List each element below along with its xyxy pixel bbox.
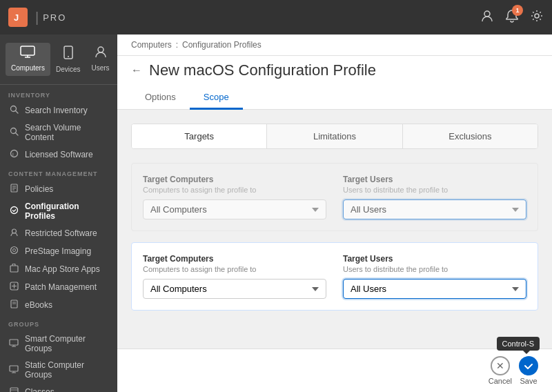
ebooks-icon — [8, 300, 19, 311]
ebooks-label: eBooks — [25, 300, 52, 310]
notifications-icon[interactable]: 1 — [505, 9, 519, 26]
licensed-software-label: Licensed Software — [25, 150, 93, 159]
static-groups-icon — [8, 365, 19, 375]
jamf-logo-divider: | — [35, 10, 39, 26]
svg-point-20 — [10, 247, 17, 254]
search-volume-label: Search Volume Content — [25, 123, 109, 142]
sidebar-top-computers[interactable]: Computers — [6, 43, 50, 76]
svg-point-12 — [10, 150, 17, 157]
svg-point-6 — [68, 56, 69, 57]
bottom-bar: Control-S ✕ Cancel Save — [117, 349, 552, 392]
restricted-software-label: Restricted Software — [25, 228, 97, 238]
smart-groups-label: Smart Computer Groups — [25, 334, 109, 353]
mac-app-store-label: Mac App Store Apps — [25, 264, 100, 274]
search-inventory-label: Search Inventory — [25, 106, 88, 115]
svg-rect-32 — [10, 366, 18, 371]
sidebar-top-users[interactable]: Users — [86, 43, 115, 76]
sidebar-item-ebooks[interactable]: eBooks — [0, 296, 117, 314]
save-label: Save — [520, 377, 537, 385]
target-users-sub: Users to distribute the profile to — [343, 265, 526, 273]
target-computers-select[interactable]: All Computers Specific Computers — [143, 279, 326, 299]
sidebar-item-search-volume[interactable]: Search Volume Content — [0, 119, 117, 146]
sidebar-item-classes[interactable]: Classes — [0, 383, 117, 392]
dimmed-target-users: Target Users Users to distribute the pro… — [343, 175, 526, 219]
target-computers-group: Target Computers Computers to assign the… — [143, 254, 326, 299]
svg-point-21 — [12, 249, 15, 252]
patch-management-label: Patch Management — [25, 282, 97, 292]
sidebar-item-search-inventory[interactable]: Search Inventory — [0, 101, 117, 119]
static-groups-label: Static Computer Groups — [25, 360, 109, 380]
sub-tab-limitations[interactable]: Limitations — [267, 124, 402, 148]
classes-icon — [8, 386, 19, 392]
sub-tab-targets[interactable]: Targets — [132, 124, 267, 148]
save-tooltip: Control-S — [497, 337, 540, 351]
prestage-imaging-icon — [8, 246, 19, 257]
sidebar-item-licensed-software[interactable]: i Licensed Software — [0, 146, 117, 164]
target-users-group: Target Users Users to distribute the pro… — [343, 254, 526, 299]
computers-label: Computers — [11, 64, 45, 72]
tab-scope[interactable]: Scope — [190, 86, 243, 110]
sidebar-item-policies[interactable]: Policies — [0, 180, 117, 198]
cancel-label: Cancel — [489, 377, 512, 385]
settings-icon[interactable] — [530, 9, 544, 26]
save-button[interactable]: Save — [519, 356, 538, 385]
sidebar-item-prestage-imaging[interactable]: PreStage Imaging — [0, 242, 117, 260]
breadcrumb-separator: : — [176, 40, 178, 50]
users-label: Users — [91, 64, 109, 72]
save-icon — [519, 356, 538, 375]
sidebar-top-nav: Computers Devices Users — [0, 35, 117, 85]
top-nav-icons: 1 — [480, 9, 544, 26]
target-computers-label: Target Computers — [143, 254, 326, 264]
mac-app-store-icon — [8, 264, 19, 275]
groups-section-label: GROUPS — [0, 314, 117, 331]
back-button[interactable]: ← — [131, 64, 142, 77]
sub-tabs: Targets Limitations Exclusions — [131, 124, 538, 149]
user-icon[interactable] — [480, 9, 494, 26]
dimmed-target-computers-label: Target Computers — [143, 175, 326, 184]
dimmed-target-users-select: All Users — [343, 199, 526, 219]
content-area: Computers : Configuration Profiles ← New… — [117, 35, 552, 392]
top-navigation: J | PRO 1 — [0, 0, 552, 35]
svg-rect-29 — [10, 340, 18, 345]
dimmed-target-computers-sub: Computers to assign the profile to — [143, 186, 326, 194]
jamf-pro-label: PRO — [43, 12, 66, 23]
scope-content: Targets Limitations Exclusions Target Co… — [117, 110, 552, 349]
prestage-imaging-label: PreStage Imaging — [25, 246, 91, 256]
sidebar-item-restricted-software[interactable]: Restricted Software — [0, 224, 117, 242]
notification-badge: 1 — [512, 5, 523, 16]
svg-point-3 — [535, 14, 539, 18]
patch-management-icon — [8, 282, 19, 293]
inventory-section-label: INVENTORY — [0, 85, 117, 101]
dimmed-target-users-label: Target Users — [343, 175, 526, 184]
sidebar-top-devices[interactable]: Devices — [50, 43, 86, 76]
cancel-button[interactable]: ✕ Cancel — [489, 356, 512, 385]
sub-tab-exclusions[interactable]: Exclusions — [403, 124, 538, 148]
policies-label: Policies — [25, 184, 53, 194]
classes-label: Classes — [25, 387, 55, 392]
target-users-select[interactable]: All Users Specific Users — [343, 279, 526, 299]
svg-rect-22 — [10, 266, 18, 272]
targets-active-section: Target Computers Computers to assign the… — [131, 242, 538, 311]
policies-icon — [8, 184, 19, 195]
svg-point-7 — [98, 47, 103, 52]
sidebar-item-patch-management[interactable]: Patch Management — [0, 278, 117, 296]
breadcrumb-computers: Computers — [131, 40, 172, 50]
page-header: ← New macOS Configuration Profile Option… — [117, 56, 552, 110]
targets-dimmed-section: Target Computers Computers to assign the… — [131, 163, 538, 231]
sidebar-item-static-groups[interactable]: Static Computer Groups — [0, 357, 117, 383]
svg-text:J: J — [14, 12, 19, 23]
config-profiles-label: Configuration Profiles — [25, 202, 109, 221]
sidebar-item-mac-app-store[interactable]: Mac App Store Apps — [0, 260, 117, 278]
search-inventory-icon — [8, 105, 19, 116]
search-volume-icon — [8, 127, 19, 138]
svg-rect-26 — [11, 300, 17, 308]
sidebar-item-config-profiles[interactable]: Configuration Profiles — [0, 198, 117, 224]
svg-line-11 — [15, 133, 18, 136]
computers-icon — [20, 46, 35, 61]
svg-rect-4 — [21, 46, 34, 55]
tab-options[interactable]: Options — [131, 86, 190, 110]
sidebar-item-smart-groups[interactable]: Smart Computer Groups — [0, 331, 117, 357]
svg-point-18 — [10, 207, 17, 214]
users-icon — [94, 46, 108, 61]
dimmed-target-computers: Target Computers Computers to assign the… — [143, 175, 326, 219]
